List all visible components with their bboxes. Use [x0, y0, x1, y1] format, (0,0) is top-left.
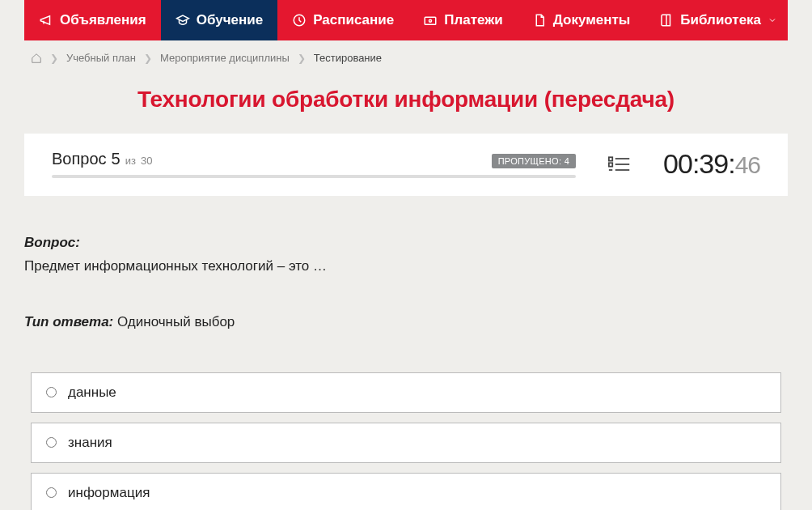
chevron-down-icon	[768, 15, 777, 25]
status-panel: Вопрос 5 из 30 ПРОПУЩЕНО: 4 00:39:46	[24, 134, 788, 196]
page-title: Технологии обработки информации (пересда…	[0, 74, 812, 134]
question-body: Вопрос: Предмет информационных технологи…	[24, 235, 788, 330]
home-icon[interactable]	[31, 53, 42, 64]
timer-main: 00:39:	[663, 148, 735, 180]
answer-type-value: Одиночный выбор	[117, 314, 235, 329]
nav-label: Платежи	[444, 12, 503, 28]
option-radio[interactable]	[46, 487, 57, 498]
main-nav: Объявления Обучение Расписание Платежи Д…	[24, 0, 788, 40]
nav-item-library[interactable]: Библиотека	[645, 0, 792, 40]
breadcrumb: ❯ Учебный план ❯ Мероприятие дисциплины …	[0, 40, 812, 74]
breadcrumb-separator: ❯	[298, 53, 306, 64]
question-list-icon[interactable]	[608, 155, 631, 174]
nav-label: Обучение	[197, 12, 263, 28]
breadcrumb-item-current: Тестирование	[314, 52, 382, 64]
question-number: 5	[112, 150, 121, 168]
payment-icon	[423, 13, 438, 28]
question-label: Вопрос:	[24, 235, 788, 251]
nav-item-payments[interactable]: Платежи	[408, 0, 518, 40]
svg-rect-3	[609, 157, 612, 160]
timer: 00:39:46	[663, 148, 760, 180]
question-total: 30	[141, 155, 152, 167]
status-panel-left: Вопрос 5 из 30 ПРОПУЩЕНО: 4	[52, 150, 576, 178]
document-icon	[532, 13, 547, 28]
nav-item-learning[interactable]: Обучение	[161, 0, 277, 40]
clock-icon	[292, 13, 307, 28]
breadcrumb-item[interactable]: Мероприятие дисциплины	[160, 52, 290, 64]
progress-fill	[52, 175, 576, 178]
nav-item-announcements[interactable]: Объявления	[24, 0, 161, 40]
option-item[interactable]: знания	[31, 423, 781, 463]
svg-rect-1	[425, 17, 436, 24]
breadcrumb-separator: ❯	[144, 53, 152, 64]
timer-subseconds: 46	[735, 151, 760, 179]
progress-track	[52, 175, 576, 178]
option-label: знания	[68, 435, 112, 451]
option-label: данные	[68, 385, 116, 401]
svg-rect-5	[609, 163, 612, 166]
option-item[interactable]: информация	[31, 473, 781, 511]
question-counter-row: Вопрос 5 из 30 ПРОПУЩЕНО: 4	[52, 150, 576, 168]
option-radio[interactable]	[46, 437, 57, 448]
answer-type-label: Тип ответа:	[24, 314, 113, 329]
megaphone-icon	[39, 13, 53, 28]
breadcrumb-separator: ❯	[50, 53, 58, 64]
option-item[interactable]: данные	[31, 372, 781, 413]
graduation-cap-icon	[176, 13, 190, 28]
skipped-label: ПРОПУЩЕНО:	[498, 156, 562, 166]
options-list: данные знания информация	[24, 372, 788, 511]
question-counter: Вопрос 5 из 30	[52, 150, 152, 168]
nav-label: Объявления	[60, 12, 146, 28]
book-icon	[659, 13, 674, 28]
nav-label: Библиотека	[680, 12, 761, 28]
option-label: информация	[68, 485, 150, 501]
breadcrumb-item[interactable]: Учебный план	[66, 52, 136, 64]
skipped-count: 4	[565, 156, 569, 166]
nav-item-schedule[interactable]: Расписание	[277, 0, 408, 40]
question-text: Предмет информационных технологий – это …	[24, 256, 788, 277]
question-word: Вопрос	[52, 150, 107, 168]
nav-label: Расписание	[313, 12, 394, 28]
answer-type-row: Тип ответа: Одиночный выбор	[24, 314, 788, 330]
page-root: Объявления Обучение Расписание Платежи Д…	[0, 0, 812, 510]
nav-item-documents[interactable]: Документы	[518, 0, 645, 40]
option-radio[interactable]	[46, 387, 57, 397]
nav-label: Документы	[553, 12, 631, 28]
skipped-badge: ПРОПУЩЕНО: 4	[492, 154, 576, 168]
svg-point-2	[429, 19, 432, 22]
question-of-prefix: из	[125, 155, 136, 167]
